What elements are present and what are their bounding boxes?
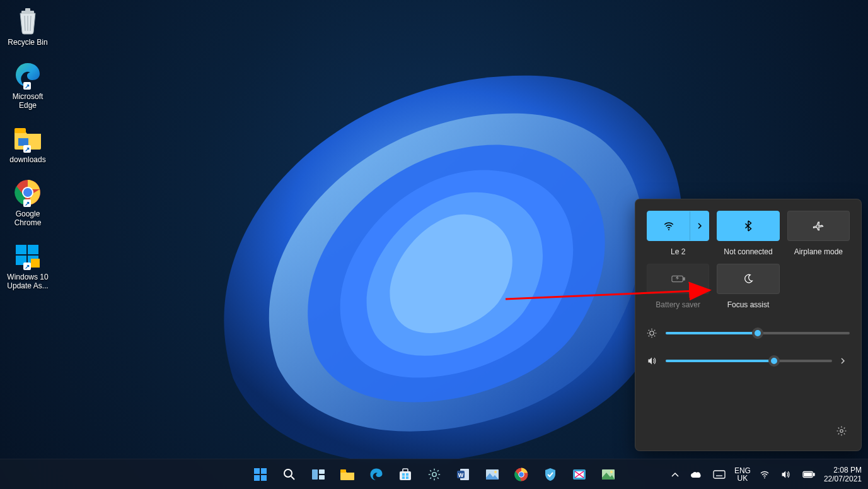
desktop-icon-windows-update-assistant[interactable]: ↗ Windows 10 Update As... <box>3 241 53 290</box>
tray-chevron-up-icon[interactable] <box>669 469 681 480</box>
svg-line-34 <box>291 476 294 480</box>
svg-rect-58 <box>714 471 725 478</box>
brightness-slider[interactable] <box>666 332 850 334</box>
svg-rect-29 <box>254 468 260 474</box>
start-button[interactable] <box>248 462 273 487</box>
svg-point-27 <box>840 430 843 433</box>
qs-battery-saver-tile[interactable] <box>647 264 709 294</box>
qs-battery-saver-label: Battery saver <box>656 300 700 309</box>
svg-rect-1 <box>25 8 30 11</box>
settings-icon[interactable] <box>833 423 850 439</box>
svg-point-65 <box>764 477 765 478</box>
svg-line-24 <box>654 336 655 336</box>
volume-slider-row <box>647 356 850 366</box>
chevron-right-icon[interactable] <box>840 358 850 364</box>
svg-rect-30 <box>261 468 267 474</box>
svg-rect-41 <box>402 473 405 476</box>
photo-app-button[interactable] <box>480 462 505 487</box>
file-explorer-button[interactable] <box>335 462 360 487</box>
taskbar: W ENG UK 2:08 PM 22/07/2021 <box>0 459 868 489</box>
taskbar-center: W <box>248 462 621 487</box>
svg-rect-32 <box>261 475 267 481</box>
volume-slider[interactable] <box>666 360 832 362</box>
svg-rect-38 <box>340 469 346 473</box>
search-button[interactable] <box>277 462 302 487</box>
desktop-icon-label: downloads <box>9 155 45 164</box>
svg-rect-40 <box>403 469 408 472</box>
svg-rect-36 <box>319 469 325 474</box>
svg-point-57 <box>610 471 613 473</box>
volume-icon <box>647 356 658 366</box>
svg-rect-31 <box>254 475 260 481</box>
brightness-icon <box>647 328 658 338</box>
svg-point-15 <box>668 229 669 230</box>
svg-rect-68 <box>804 473 812 476</box>
edge-button[interactable] <box>364 462 389 487</box>
wallpaper-bloom <box>164 25 681 461</box>
qs-bluetooth-label: Not connected <box>724 247 772 256</box>
svg-line-26 <box>654 330 655 331</box>
snipping-tool-button[interactable] <box>567 462 592 487</box>
security-button[interactable] <box>538 462 563 487</box>
svg-rect-35 <box>312 469 318 480</box>
desktop-icons: Recycle Bin ↗ Microsoft Edge ↗ downloads… <box>3 6 59 304</box>
gallery-button[interactable] <box>596 462 621 487</box>
svg-rect-14 <box>31 259 40 268</box>
lang-line2: UK <box>734 474 751 482</box>
desktop-icon-label: Windows 10 Update As... <box>3 273 53 290</box>
taskbar-clock[interactable]: 2:08 PM 22/07/2021 <box>824 466 862 483</box>
svg-rect-43 <box>402 476 405 479</box>
clock-date: 22/07/2021 <box>824 474 862 483</box>
wifi-icon <box>663 220 674 232</box>
airplane-icon <box>813 220 824 232</box>
tray-battery-icon[interactable] <box>800 468 818 481</box>
microsoft-store-button[interactable] <box>393 462 418 487</box>
clock-time: 2:08 PM <box>824 466 862 474</box>
svg-rect-42 <box>406 473 408 476</box>
desktop-icon-recycle-bin[interactable]: Recycle Bin <box>3 6 53 47</box>
svg-rect-44 <box>406 476 408 479</box>
settings-button[interactable] <box>422 462 447 487</box>
svg-rect-17 <box>683 278 685 280</box>
qs-focus-assist-tile[interactable] <box>717 264 779 294</box>
svg-rect-39 <box>400 471 411 480</box>
svg-rect-5 <box>14 128 26 133</box>
bluetooth-icon <box>743 220 753 232</box>
desktop-icon-label: Microsoft Edge <box>3 92 53 110</box>
quick-settings-panel: Le 2 Not connected Airplane mode Battery… <box>635 199 862 451</box>
svg-rect-11 <box>28 245 38 254</box>
svg-point-53 <box>519 472 523 476</box>
desktop-icon-label: Recycle Bin <box>8 38 47 47</box>
language-indicator[interactable]: ENG UK <box>734 467 751 482</box>
tray-volume-icon[interactable] <box>778 468 794 481</box>
tray-keyboard-icon[interactable] <box>710 468 728 481</box>
taskbar-system-tray: ENG UK 2:08 PM 22/07/2021 <box>669 459 862 489</box>
desktop-icon-downloads[interactable]: ↗ downloads <box>3 124 53 164</box>
tray-wifi-icon[interactable] <box>757 468 772 481</box>
qs-focus-assist-label: Focus assist <box>727 300 770 309</box>
qs-airplane-tile[interactable] <box>787 211 850 241</box>
desktop-icon-google-chrome[interactable]: ↗ Google Chrome <box>3 178 53 227</box>
moon-icon <box>743 274 753 284</box>
svg-point-18 <box>650 331 654 335</box>
desktop-icon-label: Google Chrome <box>3 209 53 227</box>
svg-point-9 <box>23 188 32 197</box>
word-button[interactable]: W <box>451 462 476 487</box>
qs-wifi-label: Le 2 <box>671 247 685 256</box>
tray-onedrive-icon[interactable] <box>688 468 704 481</box>
qs-wifi-tile[interactable] <box>647 211 709 241</box>
task-view-button[interactable] <box>306 462 331 487</box>
desktop-icon-microsoft-edge[interactable]: ↗ Microsoft Edge <box>3 61 53 110</box>
svg-point-50 <box>494 471 497 473</box>
svg-rect-67 <box>813 473 814 476</box>
qs-tiles-grid: Le 2 Not connected Airplane mode Battery… <box>647 211 850 309</box>
svg-point-45 <box>432 472 436 476</box>
chrome-button[interactable] <box>509 462 534 487</box>
brightness-slider-row <box>647 328 850 338</box>
battery-saver-icon <box>671 274 685 283</box>
qs-bluetooth-tile[interactable] <box>717 211 779 241</box>
svg-line-25 <box>649 336 649 336</box>
chevron-right-icon[interactable] <box>690 211 709 240</box>
svg-rect-10 <box>16 245 26 254</box>
svg-rect-37 <box>319 475 325 480</box>
